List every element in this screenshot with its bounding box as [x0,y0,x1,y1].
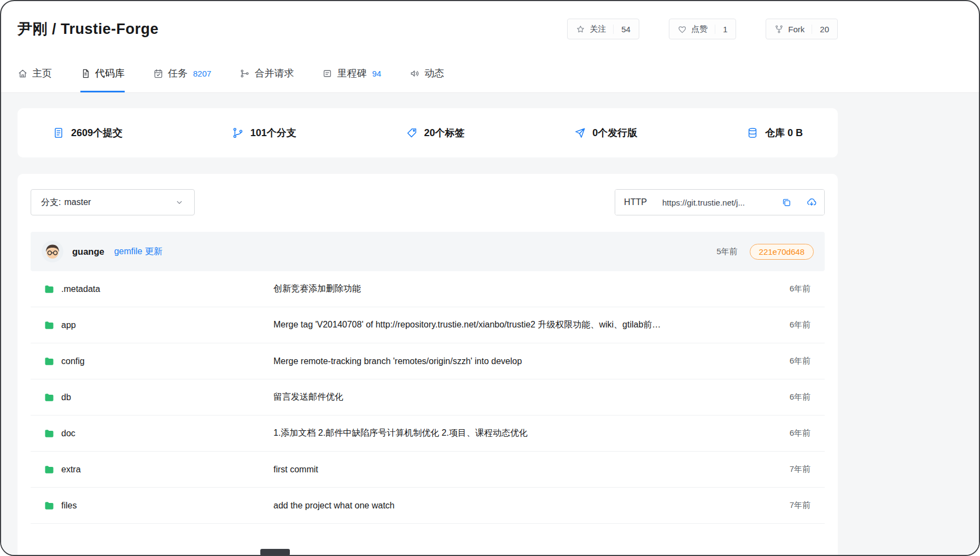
file-commit-time: 7年前 [769,464,810,475]
repo-files-card: 分支: master HTTP [18,174,838,556]
file-commit-time: 6年前 [769,284,810,294]
stat-branches[interactable]: 101个分支 [232,126,296,139]
commit-hash-badge[interactable]: 221e70d648 [750,244,814,260]
tab-tasks-label: 任务 [168,67,188,80]
folder-icon [44,320,55,331]
commit-message-link[interactable]: gemfile 更新 [114,246,162,257]
avatar[interactable] [42,241,63,262]
file-commit-message[interactable]: 留言发送邮件优化 [273,391,769,403]
folder-icon [44,356,55,367]
file-commit-message[interactable]: add the project what one watch [273,501,769,511]
file-name: doc [61,429,75,438]
folder-icon [44,284,55,295]
file-commit-time: 6年前 [769,428,810,438]
like-label: 点赞 [691,24,708,34]
copy-url-button[interactable] [774,190,799,215]
download-button[interactable] [799,190,824,215]
file-table: .metadata 创新竞赛添加删除功能 6年前 app Merge tag '… [31,271,825,524]
tab-tasks-badge: 8207 [193,69,211,78]
file-row: config Merge remote-tracking branch 'rem… [31,343,825,379]
stat-commits[interactable]: 2609个提交 [52,126,122,139]
file-commit-message[interactable]: first commit [273,465,769,475]
partial-row-sliver [260,549,290,555]
file-commit-time: 6年前 [769,356,810,366]
tab-milestones[interactable]: 里程碑 94 [322,57,381,92]
file-row: app Merge tag 'V20140708' of http://repo… [31,307,825,343]
home-icon [18,68,28,79]
app-window: 尹刚 / Trustie-Forge 关注 54 点赞 1 Fork 20 [0,0,980,556]
file-name: app [61,320,76,330]
file-commit-time: 6年前 [769,320,810,330]
file-name-cell[interactable]: extra [44,464,273,475]
file-name: files [61,501,77,511]
repo-stats-bar: 2609个提交 101个分支 20个标签 0个发行版 仓库 0 B [18,108,838,157]
file-name-cell[interactable]: config [44,356,273,367]
file-commit-message[interactable]: 1.添加文档 2.邮件中缺陷序号计算机制优化 2.项目、课程动态优化 [273,428,769,439]
tab-home[interactable]: 主页 [18,57,52,92]
fork-count: 20 [812,25,829,34]
commits-icon [52,127,65,139]
tab-activity[interactable]: 动态 [410,57,444,92]
activity-icon [410,68,420,79]
fork-icon [774,25,784,34]
file-commit-message[interactable]: Merge tag 'V20140708' of http://reposito… [273,319,769,331]
branch-label: 分支: [41,197,61,208]
tab-tasks[interactable]: 任务 8207 [153,57,211,92]
file-commit-time: 7年前 [769,500,810,511]
file-name: extra [61,465,81,475]
page-body: 2609个提交 101个分支 20个标签 0个发行版 仓库 0 B [1,93,979,556]
tab-code[interactable]: 代码库 [80,57,125,92]
tab-activity-label: 动态 [424,67,444,80]
header-actions: 关注 54 点赞 1 Fork 20 [567,19,838,39]
merge-icon [240,68,250,79]
clone-url-input[interactable] [656,190,774,215]
file-name-cell[interactable]: app [44,320,273,331]
file-commit-message[interactable]: 创新竞赛添加删除功能 [273,283,769,295]
watch-button[interactable]: 关注 54 [567,19,639,39]
file-name: db [61,393,71,402]
file-name-cell[interactable]: .metadata [44,284,273,295]
cloud-download-icon [806,197,817,208]
latest-commit-bar: guange gemfile 更新 5年前 221e70d648 [31,232,825,271]
like-count: 1 [715,25,727,34]
file-row: doc 1.添加文档 2.邮件中缺陷序号计算机制优化 2.项目、课程动态优化 6… [31,415,825,452]
folder-icon [44,464,55,475]
branch-selector[interactable]: 分支: master [31,189,195,215]
folder-icon [44,428,55,439]
stat-tags-label: 20个标签 [424,126,465,139]
repo-header: 尹刚 / Trustie-Forge 关注 54 点赞 1 Fork 20 [1,1,979,57]
file-name: .metadata [61,284,100,294]
repo-toolbar: 分支: master HTTP [18,174,838,215]
file-name: config [61,356,85,366]
like-button[interactable]: 点赞 1 [669,19,736,39]
clone-url-group: HTTP [615,189,825,215]
file-name-cell[interactable]: doc [44,428,273,439]
tab-home-label: 主页 [32,67,52,80]
file-row: db 留言发送邮件优化 6年前 [31,379,825,415]
tag-icon [406,127,418,139]
tab-merge-requests[interactable]: 合并请求 [240,57,294,92]
file-row: files add the project what one watch 7年前 [31,488,825,524]
tab-milestones-badge: 94 [372,69,381,78]
milestone-icon [322,68,332,79]
fork-button[interactable]: Fork 20 [766,19,838,39]
stat-repo-size[interactable]: 仓库 0 B [746,126,803,139]
file-commit-time: 6年前 [769,392,810,402]
watch-label: 关注 [590,24,606,34]
branch-value: master [64,197,91,207]
file-commit-message[interactable]: Merge remote-tracking branch 'remotes/or… [273,356,769,366]
file-name-cell[interactable]: db [44,392,273,403]
stat-tags[interactable]: 20个标签 [406,126,465,139]
copy-icon [781,197,792,208]
tab-milestones-label: 里程碑 [337,67,366,80]
tab-merge-label: 合并请求 [254,67,294,80]
folder-icon [44,500,55,511]
stat-releases[interactable]: 0个发行版 [574,126,637,139]
http-protocol-button[interactable]: HTTP [615,190,656,215]
stat-commits-label: 2609个提交 [71,126,122,139]
task-icon [153,68,164,79]
commit-author[interactable]: guange [72,247,104,257]
avatar-image [42,241,63,262]
file-name-cell[interactable]: files [44,500,273,511]
watch-count: 54 [613,25,631,34]
